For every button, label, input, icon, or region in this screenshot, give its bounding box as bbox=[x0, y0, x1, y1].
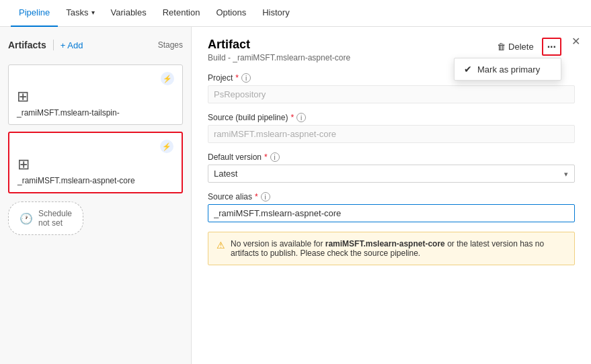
right-panel: ✕ 🗑 Delete ··· ✔ Mark as primary Artifac… bbox=[192, 27, 591, 364]
mark-as-primary-item[interactable]: ✔ Mark as primary bbox=[455, 58, 561, 80]
source-required: * bbox=[290, 113, 294, 122]
tasks-caret-icon: ▾ bbox=[91, 9, 95, 16]
default-version-label: Default version * i bbox=[208, 152, 575, 162]
artifacts-header: Artifacts + Add Stages bbox=[8, 35, 183, 55]
warning-box: ⚠ No version is available for ramiMSFT.m… bbox=[208, 232, 575, 265]
card1-name: _ramiMSFT.mslearn-tailspin- bbox=[17, 108, 120, 118]
project-info-icon[interactable]: i bbox=[241, 73, 251, 83]
artifact-card-2[interactable]: ⚡ ⊞ _ramiMSFT.mslearn-aspnet-core bbox=[8, 132, 183, 193]
card1-top: ⚡ bbox=[17, 72, 174, 85]
delete-button[interactable]: 🗑 Delete bbox=[491, 39, 539, 54]
lightning-icon-2: ⚡ bbox=[160, 140, 173, 153]
source-info-icon[interactable]: i bbox=[297, 113, 306, 122]
source-input[interactable] bbox=[208, 125, 575, 143]
source-field-group: Source (build pipeline) * i bbox=[208, 113, 575, 143]
warning-icon: ⚠ bbox=[216, 240, 225, 251]
default-version-field-group: Default version * i Latest Specific vers… bbox=[208, 152, 575, 183]
nav-pipeline[interactable]: Pipeline bbox=[11, 0, 58, 27]
artifacts-title: Artifacts bbox=[8, 40, 46, 50]
check-icon: ✔ bbox=[464, 64, 472, 75]
source-alias-input[interactable] bbox=[208, 204, 575, 222]
nav-retention[interactable]: Retention bbox=[155, 0, 208, 27]
project-input[interactable] bbox=[208, 85, 575, 103]
left-panel: Artifacts + Add Stages ⚡ ⊞ _ramiMSFT.msl… bbox=[0, 27, 192, 364]
default-version-select[interactable]: Latest Specific version Latest from spec… bbox=[208, 165, 575, 183]
source-label: Source (build pipeline) * i bbox=[208, 113, 575, 122]
card2-name: _ramiMSFT.mslearn-aspnet-core bbox=[17, 176, 135, 185]
default-version-select-wrap: Latest Specific version Latest from spec… bbox=[208, 165, 575, 183]
project-required: * bbox=[235, 73, 239, 83]
default-version-info-icon[interactable]: i bbox=[270, 152, 280, 162]
header-divider bbox=[53, 40, 54, 50]
trash-icon: 🗑 bbox=[497, 42, 506, 52]
clock-icon: 🕐 bbox=[19, 212, 33, 225]
source-alias-label: Source alias * i bbox=[208, 192, 575, 201]
nav-tasks[interactable]: Tasks ▾ bbox=[58, 0, 102, 27]
nav-variables[interactable]: Variables bbox=[103, 0, 155, 27]
main-layout: Artifacts + Add Stages ⚡ ⊞ _ramiMSFT.msl… bbox=[0, 27, 591, 364]
top-nav: Pipeline Tasks ▾ Variables Retention Opt… bbox=[0, 0, 591, 27]
source-alias-required: * bbox=[255, 192, 258, 201]
card2-icon: ⊞ bbox=[17, 156, 30, 173]
close-button[interactable]: ✕ bbox=[572, 36, 580, 47]
source-alias-info-icon[interactable]: i bbox=[261, 192, 270, 201]
default-version-required: * bbox=[264, 152, 268, 162]
add-artifact-button[interactable]: + Add bbox=[61, 40, 83, 50]
dropdown-menu: ✔ Mark as primary bbox=[454, 58, 561, 81]
panel-toolbar: 🗑 Delete ··· bbox=[491, 38, 561, 56]
card2-top: ⚡ bbox=[17, 140, 173, 153]
schedule-card[interactable]: 🕐 Schedule not set bbox=[8, 201, 83, 235]
more-options-button[interactable]: ··· bbox=[542, 38, 561, 56]
schedule-label: Schedule not set bbox=[38, 209, 72, 228]
stages-label: Stages bbox=[158, 38, 183, 55]
warning-text: No version is available for ramiMSFT.msl… bbox=[231, 239, 566, 258]
artifact-card-1[interactable]: ⚡ ⊞ _ramiMSFT.mslearn-tailspin- bbox=[8, 64, 183, 125]
source-alias-field-group: Source alias * i bbox=[208, 192, 575, 222]
lightning-icon-1: ⚡ bbox=[161, 72, 174, 85]
card1-icon: ⊞ bbox=[17, 88, 29, 105]
nav-history[interactable]: History bbox=[254, 0, 297, 27]
nav-options[interactable]: Options bbox=[208, 0, 254, 27]
